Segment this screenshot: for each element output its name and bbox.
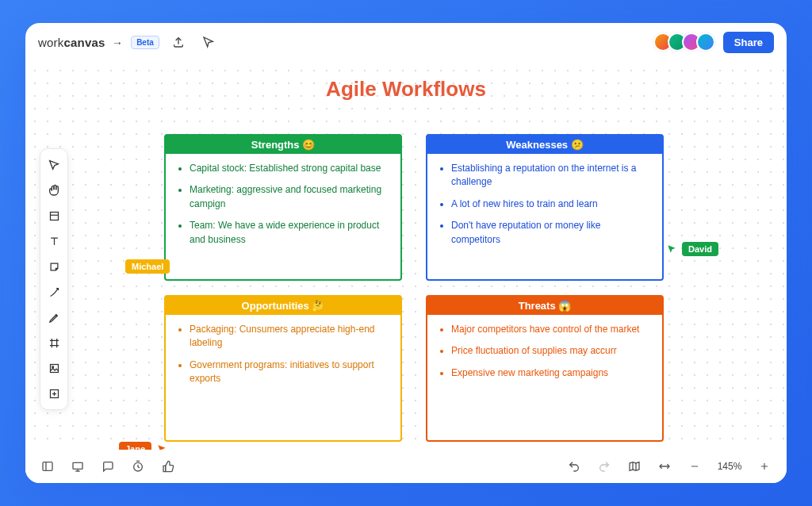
- list-item: Government programs: initiatives to supp…: [190, 358, 389, 386]
- bottombar: 145%: [25, 450, 787, 483]
- shape-tool-icon[interactable]: [43, 205, 65, 227]
- list-item: A lot of new hires to train and learn: [451, 197, 651, 211]
- svg-rect-4: [43, 462, 52, 471]
- bottombar-left: [38, 457, 178, 476]
- frame-tool-icon[interactable]: [43, 332, 65, 354]
- undo-icon[interactable]: [565, 457, 584, 476]
- cursor-pointer-icon: [666, 243, 677, 255]
- connector-tool-icon[interactable]: [43, 281, 65, 303]
- cursor-label: David: [682, 242, 718, 256]
- panel-toggle-icon[interactable]: [38, 457, 57, 476]
- bottombar-right: 145%: [565, 457, 774, 476]
- list-item: Expensive new marketing campaigns: [451, 366, 651, 380]
- logo-light: work: [38, 36, 63, 49]
- swot-grid: Strengths 😊 Capital stock: Established s…: [164, 134, 664, 442]
- fit-width-icon[interactable]: [655, 457, 674, 476]
- upload-icon[interactable]: [167, 31, 190, 53]
- card-body: Packaging: Cunsumers appreciate high-end…: [166, 315, 400, 440]
- logo-arrow-icon: →: [112, 36, 123, 49]
- beta-badge: Beta: [131, 36, 159, 49]
- comments-icon[interactable]: [98, 457, 117, 476]
- topbar-right: Share: [658, 32, 774, 53]
- app-window: workcanvas → Beta Share Agile Workflows: [25, 23, 787, 483]
- zoom-level[interactable]: 145%: [715, 461, 744, 472]
- svg-point-2: [52, 366, 53, 367]
- redo-icon[interactable]: [595, 457, 614, 476]
- pen-tool-icon[interactable]: [43, 306, 65, 328]
- hand-tool-icon[interactable]: [43, 179, 65, 201]
- zoom-out-icon[interactable]: [685, 457, 704, 476]
- cursor-label: Michael: [125, 259, 170, 274]
- canvas[interactable]: Agile Workflows Strengths 😊 Capital stoc…: [25, 61, 787, 450]
- list-item: Team: We have a wide experience in produ…: [190, 219, 389, 247]
- card-body: Establishing a reputation on the interne…: [427, 154, 662, 279]
- page-title: Agile Workflows: [25, 77, 787, 102]
- left-toolbar: [40, 148, 68, 410]
- card-header: Weaknesses 😕: [427, 136, 662, 154]
- topbar: workcanvas → Beta Share: [25, 23, 787, 61]
- logo-bold: canvas: [63, 36, 105, 49]
- pointer-tool-icon[interactable]: [43, 154, 65, 176]
- topbar-left: workcanvas → Beta: [38, 31, 220, 53]
- minimap-icon[interactable]: [625, 457, 644, 476]
- list-item: Major competitors have control of the ma…: [451, 323, 651, 336]
- image-tool-icon[interactable]: [43, 357, 65, 379]
- svg-rect-5: [73, 462, 82, 469]
- card-header: Threats 😱: [427, 297, 662, 315]
- present-icon[interactable]: [68, 457, 87, 476]
- swot-threats-card[interactable]: Threats 😱 Major competitors have control…: [426, 295, 664, 442]
- add-tool-icon[interactable]: [43, 382, 65, 404]
- list-item: Marketing: aggressive and focused market…: [190, 183, 389, 211]
- card-body: Major competitors have control of the ma…: [427, 315, 662, 440]
- list-item: Establishing a reputation on the interne…: [451, 162, 651, 190]
- logo: workcanvas →: [38, 36, 123, 49]
- cursor-michael: Michael: [125, 259, 170, 274]
- svg-rect-0: [50, 212, 58, 220]
- list-item: Price fluctuation of supplies may accurr: [451, 344, 651, 358]
- timer-icon[interactable]: [128, 457, 147, 476]
- card-header: Opportunities 🤔: [166, 297, 400, 315]
- card-body: Capital stock: Established strong capita…: [166, 154, 400, 279]
- cursor-david: David: [666, 242, 718, 256]
- sticky-note-tool-icon[interactable]: [43, 255, 65, 278]
- avatar-stack[interactable]: [658, 33, 715, 52]
- share-button[interactable]: Share: [723, 32, 774, 53]
- svg-rect-1: [50, 364, 58, 372]
- select-tool-icon[interactable]: [197, 31, 220, 53]
- swot-weaknesses-card[interactable]: Weaknesses 😕 Establishing a reputation o…: [426, 134, 664, 281]
- text-tool-icon[interactable]: [43, 230, 65, 252]
- swot-opportunities-card[interactable]: Opportunities 🤔 Packaging: Cunsumers app…: [164, 295, 402, 442]
- avatar[interactable]: [696, 33, 715, 52]
- card-header: Strengths 😊: [166, 136, 400, 154]
- zoom-in-icon[interactable]: [755, 457, 774, 476]
- swot-strengths-card[interactable]: Strengths 😊 Capital stock: Established s…: [164, 134, 402, 281]
- thumbs-up-icon[interactable]: [159, 457, 178, 476]
- list-item: Capital stock: Established strong capita…: [190, 162, 389, 175]
- list-item: Don't have reputation or money like comp…: [451, 219, 651, 247]
- list-item: Packaging: Cunsumers appreciate high-end…: [190, 323, 389, 351]
